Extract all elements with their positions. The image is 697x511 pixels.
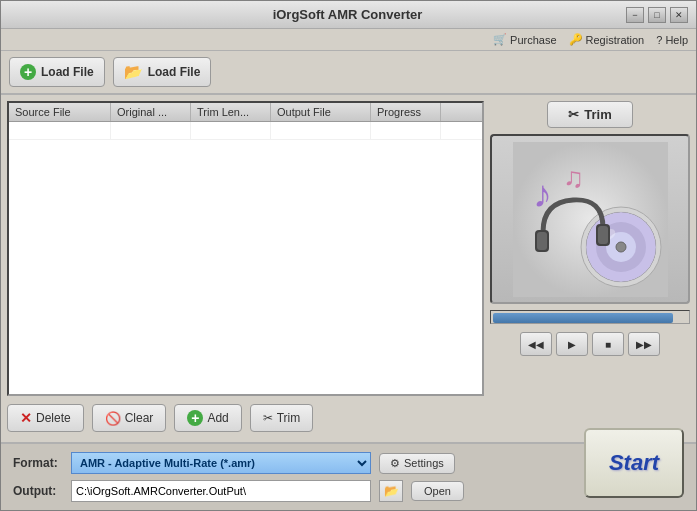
open-button[interactable]: Open (411, 481, 464, 501)
bottom-buttons: ✕ Delete 🚫 Clear + Add ✂ Trim (7, 400, 484, 436)
x-icon: ✕ (20, 410, 32, 426)
folder-icon: 📂 (124, 63, 143, 81)
menu-registration[interactable]: 🔑 Registration (569, 33, 645, 46)
format-label: Format: (13, 456, 63, 470)
scrollbar-thumb (493, 313, 673, 323)
main-window: iOrgSoft AMR Converter − □ ✕ 🛒 Purchase … (0, 0, 697, 511)
start-label: Start (609, 450, 659, 476)
scissors-icon: ✂ (263, 411, 273, 425)
menu-help-label: Help (665, 34, 688, 46)
trim-button[interactable]: ✂ Trim (250, 404, 314, 432)
col-progress: Progress (371, 103, 441, 121)
clear-icon: 🚫 (105, 411, 121, 426)
col-source: Source File (9, 103, 111, 121)
player-controls: ◀◀ ▶ ■ ▶▶ (490, 332, 690, 356)
trim-main-button[interactable]: ✂ Trim (547, 101, 632, 128)
file-table: Source File Original ... Trim Len... Out… (7, 101, 484, 396)
cell (191, 122, 271, 139)
question-icon: ? (656, 34, 662, 46)
col-original: Original ... (111, 103, 191, 121)
add-label: Add (207, 411, 228, 425)
folder-open-icon: 📂 (384, 484, 399, 498)
output-path-input[interactable] (71, 480, 371, 502)
cell (9, 122, 111, 139)
minimize-button[interactable]: − (626, 7, 644, 23)
rewind-button[interactable]: ◀◀ (520, 332, 552, 356)
menu-help[interactable]: ? Help (656, 34, 688, 46)
title-bar: iOrgSoft AMR Converter − □ ✕ (1, 1, 696, 29)
gear-icon: ⚙ (390, 457, 400, 470)
table-row (9, 122, 482, 140)
table-body (9, 122, 482, 389)
forward-button[interactable]: ▶▶ (628, 332, 660, 356)
col-output: Output File (271, 103, 371, 121)
menu-purchase-label: Purchase (510, 34, 556, 46)
load-file-1-label: Load File (41, 65, 94, 79)
svg-point-8 (616, 242, 626, 252)
output-label: Output: (13, 484, 63, 498)
stop-button[interactable]: ■ (592, 332, 624, 356)
trim-label: Trim (277, 411, 301, 425)
trim-btn-area: ✂ Trim (490, 101, 690, 128)
svg-text:♫: ♫ (563, 162, 584, 193)
trim-scissors-icon: ✂ (568, 107, 579, 122)
cart-icon: 🛒 (493, 33, 507, 46)
menu-purchase[interactable]: 🛒 Purchase (493, 33, 556, 46)
play-button[interactable]: ▶ (556, 332, 588, 356)
main-content: Source File Original ... Trim Len... Out… (1, 95, 696, 442)
add-button[interactable]: + Add (174, 404, 241, 432)
clear-button[interactable]: 🚫 Clear (92, 404, 167, 432)
col-trim: Trim Len... (191, 103, 271, 121)
key-icon: 🔑 (569, 33, 583, 46)
cell (271, 122, 371, 139)
load-file-2-label: Load File (148, 65, 201, 79)
music-illustration: ♪ ♫ (513, 142, 668, 297)
delete-label: Delete (36, 411, 71, 425)
settings-button[interactable]: ⚙ Settings (379, 453, 455, 474)
title-bar-controls: − □ ✕ (626, 7, 688, 23)
window-title: iOrgSoft AMR Converter (69, 7, 626, 22)
right-panel: ✂ Trim ♪ (490, 101, 690, 436)
settings-label: Settings (404, 457, 444, 469)
menu-bar: 🛒 Purchase 🔑 Registration ? Help (1, 29, 696, 51)
table-header: Source File Original ... Trim Len... Out… (9, 103, 482, 122)
browse-button[interactable]: 📂 (379, 480, 403, 502)
plus-icon: + (20, 64, 36, 80)
progress-scrollbar[interactable] (490, 310, 690, 324)
bottom-wrapper: Format: AMR - Adaptive Multi-Rate (*.amr… (1, 442, 696, 510)
menu-registration-label: Registration (586, 34, 645, 46)
format-select[interactable]: AMR - Adaptive Multi-Rate (*.amr) (71, 452, 371, 474)
cell (371, 122, 441, 139)
load-file-button-1[interactable]: + Load File (9, 57, 105, 87)
svg-rect-12 (537, 232, 547, 250)
cell (111, 122, 191, 139)
clear-label: Clear (125, 411, 154, 425)
open-label: Open (424, 485, 451, 497)
close-button[interactable]: ✕ (670, 7, 688, 23)
delete-button[interactable]: ✕ Delete (7, 404, 84, 432)
add-plus-icon: + (187, 410, 203, 426)
load-file-button-2[interactable]: 📂 Load File (113, 57, 212, 87)
svg-rect-13 (598, 226, 608, 244)
toolbar: + Load File 📂 Load File (1, 51, 696, 95)
trim-main-label: Trim (584, 107, 611, 122)
maximize-button[interactable]: □ (648, 7, 666, 23)
left-panel: Source File Original ... Trim Len... Out… (7, 101, 484, 436)
preview-area: ♪ ♫ (490, 134, 690, 304)
start-button[interactable]: Start (584, 428, 684, 498)
